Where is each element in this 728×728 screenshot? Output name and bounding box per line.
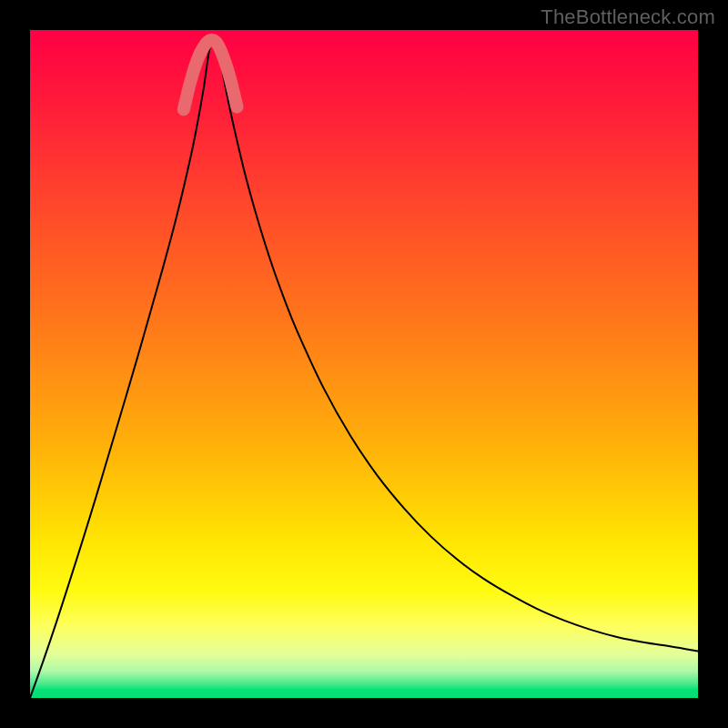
watermark-text: TheBottleneck.com <box>541 5 715 29</box>
chart-frame: TheBottleneck.com <box>0 0 728 728</box>
bottleneck-curve <box>30 39 698 698</box>
plot-area <box>30 30 698 698</box>
curve-layer <box>30 30 698 698</box>
optimum-marker <box>184 40 238 110</box>
